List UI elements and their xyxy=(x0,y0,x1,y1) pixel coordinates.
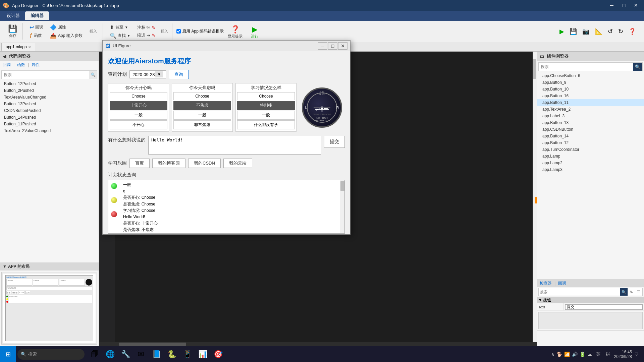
minimize-button[interactable]: ─ xyxy=(606,1,617,9)
component-item[interactable]: app.Button_9 xyxy=(537,79,644,86)
status-scrollbar[interactable] xyxy=(340,180,344,233)
message-input[interactable]: Hello World! xyxy=(148,136,321,155)
tray-icon-dog[interactable]: 🐕 xyxy=(556,352,562,357)
start-button[interactable]: ⊞ xyxy=(0,346,16,362)
baidu-button[interactable]: 百度 xyxy=(129,159,150,168)
callback-tab[interactable]: 回调 xyxy=(558,281,566,286)
tray-icon-wifi[interactable]: 📶 xyxy=(564,352,570,357)
props-search-input[interactable] xyxy=(539,288,620,296)
component-item[interactable]: app.Lamp xyxy=(537,153,644,160)
play-icon-top[interactable]: ▶ xyxy=(558,26,566,37)
dialog-maximize[interactable]: □ xyxy=(328,42,337,50)
nav-callback[interactable]: 回调 xyxy=(3,62,11,68)
list-item[interactable]: Button_2Pushed xyxy=(0,87,99,94)
undo-icon[interactable]: ↺ xyxy=(606,26,614,37)
component-item[interactable]: app.Button_13 xyxy=(537,119,644,126)
run-button[interactable]: ▶ 运行 xyxy=(248,24,261,40)
component-item[interactable]: app.ChooseButton_6 xyxy=(537,72,644,79)
sort-icon[interactable]: ⇅ xyxy=(628,288,635,296)
snapshot-icon[interactable]: 📷 xyxy=(581,26,591,37)
list-item[interactable]: Button_12Pushed xyxy=(0,80,99,87)
option-3-3[interactable]: 什么都没有学 xyxy=(237,120,295,129)
function-button[interactable]: ƒ 函数 xyxy=(27,32,46,39)
component-item-active[interactable]: app.Button_11 xyxy=(537,99,644,106)
enable-check-label[interactable]: 启用 App 编码错误提示 xyxy=(176,28,224,34)
inspector-tab[interactable]: 检查器 xyxy=(540,281,552,286)
list-item[interactable]: TextAreaValueChanged xyxy=(0,94,99,101)
save-button[interactable]: 💾 保存 xyxy=(5,23,20,40)
maximize-button[interactable]: □ xyxy=(619,1,629,9)
close-button[interactable]: ✕ xyxy=(631,1,641,9)
prop-value-input[interactable] xyxy=(565,304,643,310)
taskbar-icon-arduino[interactable]: 🔧 xyxy=(118,347,133,362)
code-search-button[interactable]: 🔍 xyxy=(89,71,97,79)
option-2-3[interactable]: 非常焦虑 xyxy=(173,120,231,129)
doc-tab-app1[interactable]: app1.mlapp ✕ xyxy=(1,43,35,51)
list-item[interactable]: CSDNButtonPushed xyxy=(0,107,99,114)
choose-btn-2[interactable]: Choose xyxy=(173,92,231,100)
choose-btn-1[interactable]: Choose xyxy=(110,92,167,100)
taskbar-icon-python[interactable]: 🐍 xyxy=(164,347,179,362)
taskbar-icon-vs[interactable]: 📘 xyxy=(149,347,164,362)
list-item[interactable]: Button_13Pushed xyxy=(0,101,99,107)
submit-button[interactable]: 提交 xyxy=(324,136,345,148)
option-1-2[interactable]: 一般 xyxy=(110,111,167,120)
option-1-1[interactable]: 非常开心 xyxy=(110,101,167,110)
tab-designer[interactable]: 设计器 xyxy=(1,11,25,20)
taskbar-icon-edge[interactable]: 🌐 xyxy=(103,347,117,362)
dialog-close[interactable]: ✕ xyxy=(338,42,347,50)
code-horizontal-scrollbar[interactable] xyxy=(99,342,537,346)
choose-btn-3[interactable]: Choose xyxy=(237,92,295,100)
component-item[interactable]: app.TextArea_2 xyxy=(537,106,644,113)
help-icon[interactable]: ❓ xyxy=(627,26,637,37)
layout-icon[interactable]: 📐 xyxy=(594,26,604,37)
taskbar-icon-mail[interactable]: ✉ xyxy=(133,347,148,362)
component-item[interactable]: app.CSDNButton xyxy=(537,126,644,133)
app-layout-section[interactable]: ▼ APP 的布局 xyxy=(0,262,99,270)
redo-icon[interactable]: ↻ xyxy=(617,26,625,37)
option-3-2[interactable]: 一般 xyxy=(237,111,295,120)
option-2-2[interactable]: 一般 xyxy=(173,111,231,120)
component-item[interactable]: app.TurnCoordinator xyxy=(537,146,644,153)
props-section-button[interactable]: ▼ 按钮 xyxy=(537,297,644,303)
comment-button[interactable]: 注释 % ✎ xyxy=(135,24,158,31)
cloud-button[interactable]: 我的云端 xyxy=(223,159,252,168)
component-item[interactable]: app.Button_10 xyxy=(537,86,644,93)
find-button[interactable]: 🔍 查找 ▼ xyxy=(107,32,133,40)
notification-icon[interactable]: 🗨 xyxy=(635,352,639,357)
taskbar-icon-matlab[interactable]: 📊 xyxy=(195,347,210,362)
doc-tab-close[interactable]: ✕ xyxy=(28,45,31,49)
tray-icon-battery[interactable]: 🔋 xyxy=(580,352,585,357)
dialog-minimize[interactable]: ─ xyxy=(318,42,327,50)
tray-icon-cloud[interactable]: ☁ xyxy=(587,352,592,357)
component-item[interactable]: app.Button_16 xyxy=(537,93,644,99)
nav-function[interactable]: 函数 xyxy=(17,62,25,68)
code-search-input[interactable] xyxy=(2,71,89,79)
taskbar-icon-task-view[interactable]: 🗐 xyxy=(87,347,102,362)
indent-button[interactable]: 缩进 ⇥ ✎ xyxy=(135,32,158,39)
filter-icon[interactable]: ☰ xyxy=(635,288,642,296)
component-item[interactable]: app.Lamp2 xyxy=(537,160,644,166)
props-search-button[interactable]: 🔍 xyxy=(620,288,628,296)
property-button[interactable]: 🔷 属性 xyxy=(47,23,85,31)
component-search-button[interactable]: 🔍 xyxy=(633,63,642,71)
component-item[interactable]: app.Button_14 xyxy=(537,133,644,139)
list-item[interactable]: TextArea_2ValueChanged xyxy=(0,127,99,134)
list-item[interactable]: Button_11Pushed xyxy=(0,121,99,127)
input-method[interactable]: 拼 xyxy=(604,351,611,357)
taskbar-icon-app[interactable]: 📱 xyxy=(180,347,195,362)
option-1-3[interactable]: 不开心 xyxy=(110,120,167,129)
component-item[interactable]: app.Lamp3 xyxy=(537,166,644,173)
option-3-1[interactable]: 特别棒 xyxy=(237,101,295,110)
tray-icon-volume[interactable]: 🔊 xyxy=(572,352,578,357)
date-arrow[interactable]: ▼ xyxy=(155,71,163,77)
app-input-button[interactable]: 📥 App 输入参数 xyxy=(47,32,85,40)
save-icon-top[interactable]: 💾 xyxy=(568,26,578,37)
blog-button[interactable]: 我的博客园 xyxy=(152,159,185,168)
goto-button[interactable]: ⬆ 转至 ▼ xyxy=(107,23,133,31)
ime-label[interactable]: 英 xyxy=(595,351,602,357)
component-item[interactable]: app.Button_12 xyxy=(537,139,644,146)
status-text-area[interactable]: 一般 q 是否开心: Choose 是否焦虑: Choose 学习情况: Cho… xyxy=(120,180,344,233)
component-search-input[interactable] xyxy=(539,63,633,71)
vertical-scrollbar[interactable] xyxy=(533,52,537,342)
